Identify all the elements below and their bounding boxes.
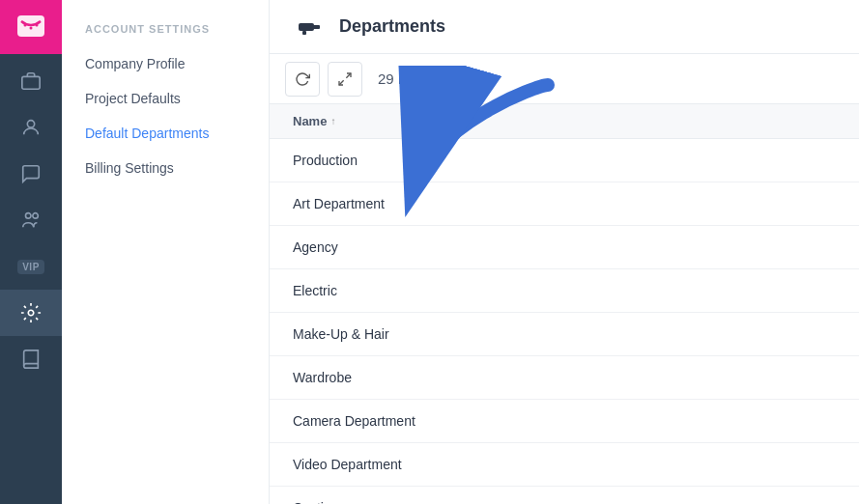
library-icon xyxy=(20,349,42,370)
sort-arrow-icon: ↑ xyxy=(330,116,335,126)
table-header-name[interactable]: Name ↑ xyxy=(270,104,859,139)
departments-table: Name ↑ Production Art Department Agency … xyxy=(270,104,859,504)
table-row[interactable]: Casting xyxy=(270,487,859,504)
account-settings-label: Account Settings xyxy=(62,15,269,46)
svg-point-7 xyxy=(26,213,32,219)
table-row[interactable]: Make-Up & Hair xyxy=(270,313,859,356)
svg-point-2 xyxy=(24,24,27,27)
sidebar-item-team[interactable] xyxy=(0,197,62,243)
table-row[interactable]: Electric xyxy=(270,269,859,313)
expand-icon xyxy=(337,71,353,87)
table-row[interactable]: Wardrobe xyxy=(270,356,859,400)
nav-default-departments[interactable]: Default Departments xyxy=(62,116,269,151)
sidebar-item-library[interactable] xyxy=(0,336,62,382)
briefcase-icon xyxy=(20,70,42,92)
column-name-label: Name xyxy=(293,114,327,128)
sidebar-item-vip[interactable]: VIP xyxy=(0,243,62,290)
contacts-icon xyxy=(20,117,42,138)
svg-line-14 xyxy=(339,80,344,85)
sidebar-item-contacts[interactable] xyxy=(0,104,62,151)
app-logo xyxy=(0,0,62,54)
main-content: Departments 29 Departments Name ↑ Produc… xyxy=(270,0,859,504)
gun-icon xyxy=(297,14,324,41)
table-row[interactable]: Video Department xyxy=(270,443,859,487)
team-icon xyxy=(20,210,42,231)
vip-badge: VIP xyxy=(17,260,44,274)
settings-sidebar: Account Settings Company Profile Project… xyxy=(62,0,270,504)
svg-point-4 xyxy=(36,24,39,27)
table-row[interactable]: Art Department xyxy=(270,182,859,226)
toolbar: 29 Departments xyxy=(270,54,859,104)
svg-point-8 xyxy=(33,213,39,219)
expand-button[interactable] xyxy=(328,62,362,97)
sidebar-item-messages[interactable] xyxy=(0,151,62,197)
svg-point-9 xyxy=(28,310,34,316)
svg-point-3 xyxy=(30,27,33,30)
settings-icon xyxy=(20,302,42,323)
svg-rect-12 xyxy=(302,31,306,35)
table-row[interactable]: Camera Department xyxy=(270,400,859,443)
svg-line-13 xyxy=(346,73,351,78)
svg-rect-5 xyxy=(22,76,40,89)
nav-project-defaults[interactable]: Project Defaults xyxy=(62,81,269,116)
main-header: Departments xyxy=(270,0,859,54)
table-row[interactable]: Agency xyxy=(270,226,859,269)
logo-icon xyxy=(15,12,46,42)
svg-rect-11 xyxy=(310,25,320,29)
refresh-icon xyxy=(295,71,310,87)
refresh-button[interactable] xyxy=(285,62,320,97)
icon-sidebar: VIP xyxy=(0,0,62,504)
departments-count: 29 Departments xyxy=(378,70,481,87)
sidebar-item-briefcase[interactable] xyxy=(0,58,62,104)
page-title: Departments xyxy=(339,16,445,37)
nav-billing-settings[interactable]: Billing Settings xyxy=(62,151,269,185)
table-row[interactable]: Production xyxy=(270,139,859,182)
nav-company-profile[interactable]: Company Profile xyxy=(62,46,269,81)
svg-point-6 xyxy=(27,121,34,127)
departments-header-icon xyxy=(293,10,328,44)
messages-icon xyxy=(20,163,42,184)
sidebar-item-settings[interactable] xyxy=(0,290,62,336)
